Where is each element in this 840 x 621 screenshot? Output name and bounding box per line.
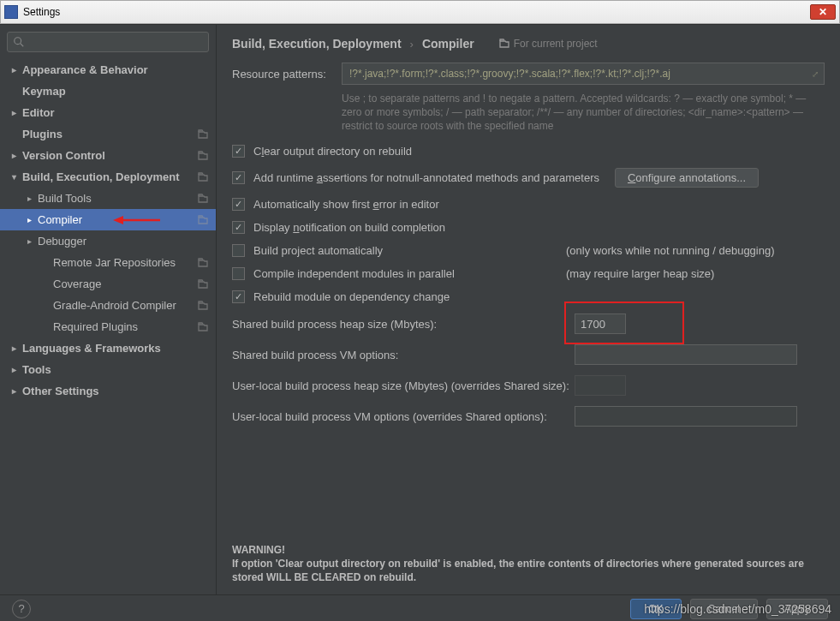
- sidebar-item-required-plugins[interactable]: Required Plugins: [0, 316, 216, 337]
- sidebar: ▸Appearance & BehaviorKeymap▸EditorPlugi…: [0, 25, 217, 594]
- sidebar-item-label: Build Tools: [38, 192, 92, 205]
- help-button[interactable]: ?: [12, 600, 31, 618]
- project-icon: [197, 321, 209, 333]
- vm-options-input[interactable]: [575, 344, 797, 365]
- svg-point-0: [15, 38, 21, 45]
- auto-error-checkbox[interactable]: [232, 198, 245, 211]
- close-button[interactable]: ✕: [810, 4, 836, 20]
- sidebar-item-coverage[interactable]: Coverage: [0, 273, 216, 295]
- sidebar-item-build-execution-deployment[interactable]: ▾Build, Execution, Deployment: [0, 166, 216, 188]
- red-arrow-annotation: [113, 212, 164, 231]
- search-icon: [13, 36, 25, 48]
- chevron-right-icon: ▸: [9, 343, 19, 353]
- project-icon: [197, 193, 209, 205]
- sidebar-item-other-settings[interactable]: ▸Other Settings: [0, 380, 216, 402]
- sidebar-item-keymap[interactable]: Keymap: [0, 81, 216, 102]
- patterns-label: Resource patterns:: [232, 68, 342, 81]
- user-vm-options-input[interactable]: [575, 406, 797, 427]
- chevron-right-icon: ▸: [24, 194, 34, 203]
- sidebar-item-label: Gradle-Android Compiler: [53, 299, 176, 312]
- settings-tree: ▸Appearance & BehaviorKeymap▸EditorPlugi…: [0, 59, 216, 402]
- chevron-right-icon: ▸: [9, 65, 19, 75]
- sidebar-item-label: Languages & Frameworks: [22, 342, 161, 355]
- app-icon: [4, 5, 18, 19]
- chevron-right-icon: ▸: [24, 215, 34, 224]
- svg-line-1: [21, 44, 24, 47]
- sidebar-item-label: Debugger: [38, 235, 86, 248]
- sidebar-item-remote-jar-repositories[interactable]: Remote Jar Repositories: [0, 252, 216, 273]
- project-icon: [197, 128, 209, 140]
- footer: ? OK Cancel Apply: [0, 594, 840, 621]
- patterns-help: Use ; to separate patterns and ! to nega…: [342, 92, 825, 133]
- svg-marker-3: [113, 216, 123, 224]
- main-panel: Build, Execution, Deployment › Compiler …: [217, 25, 840, 594]
- user-heap-input[interactable]: [575, 375, 626, 396]
- project-icon: [197, 300, 209, 312]
- configure-annotations-button[interactable]: Configure annotations...: [615, 168, 759, 188]
- project-icon: [498, 38, 510, 50]
- sidebar-item-label: Tools: [22, 363, 51, 376]
- sidebar-item-label: Plugins: [22, 128, 63, 140]
- window-title: Settings: [23, 6, 60, 18]
- apply-button[interactable]: Apply: [766, 599, 828, 619]
- sidebar-item-label: Version Control: [22, 149, 105, 162]
- search-input[interactable]: [7, 32, 209, 52]
- sidebar-item-compiler[interactable]: ▸Compiler: [0, 209, 216, 230]
- sidebar-item-plugins[interactable]: Plugins: [0, 123, 216, 145]
- chevron-right-icon: ▸: [9, 108, 19, 117]
- sidebar-item-appearance-behavior[interactable]: ▸Appearance & Behavior: [0, 59, 216, 81]
- notify-checkbox[interactable]: [232, 221, 245, 234]
- chevron-right-icon: ▸: [9, 365, 19, 374]
- cancel-button[interactable]: Cancel: [690, 599, 758, 619]
- chevron-right-icon: ›: [410, 38, 414, 51]
- chevron-down-icon: ▾: [9, 172, 19, 182]
- sidebar-item-editor[interactable]: ▸Editor: [0, 102, 216, 123]
- warning-text: WARNING! If option 'Clear output directo…: [232, 543, 825, 584]
- project-icon: [197, 150, 209, 162]
- build-auto-checkbox[interactable]: [232, 244, 245, 257]
- sidebar-item-tools[interactable]: ▸Tools: [0, 359, 216, 380]
- scope-label: For current project: [498, 38, 598, 50]
- ok-button[interactable]: OK: [630, 599, 681, 619]
- rebuild-checkbox[interactable]: [232, 290, 245, 303]
- chevron-right-icon: ▸: [9, 151, 19, 160]
- sidebar-item-label: Editor: [22, 106, 55, 119]
- sidebar-item-build-tools[interactable]: ▸Build Tools: [0, 188, 216, 209]
- sidebar-item-debugger[interactable]: ▸Debugger: [0, 230, 216, 252]
- project-icon: [197, 278, 209, 290]
- sidebar-item-label: Required Plugins: [53, 320, 138, 333]
- sidebar-item-label: Other Settings: [22, 385, 99, 397]
- sidebar-item-label: Keymap: [22, 85, 66, 98]
- sidebar-item-label: Coverage: [53, 278, 101, 290]
- sidebar-item-label: Build, Execution, Deployment: [22, 170, 179, 183]
- resource-patterns-input[interactable]: !?*.java;!?*.form;!?*.class;!?*.groovy;!…: [342, 63, 825, 85]
- clear-output-checkbox[interactable]: [232, 145, 245, 158]
- chevron-right-icon: ▸: [9, 386, 19, 396]
- titlebar: Settings ✕: [0, 0, 840, 24]
- assertions-checkbox[interactable]: [232, 171, 245, 184]
- breadcrumb: Build, Execution, Deployment › Compiler …: [232, 37, 825, 51]
- sidebar-item-gradle-android-compiler[interactable]: Gradle-Android Compiler: [0, 295, 216, 316]
- sidebar-item-label: Appearance & Behavior: [22, 63, 148, 76]
- project-icon: [197, 214, 209, 226]
- sidebar-item-label: Compiler: [38, 213, 82, 226]
- chevron-right-icon: ▸: [24, 236, 34, 246]
- sidebar-item-version-control[interactable]: ▸Version Control: [0, 145, 216, 166]
- expand-icon[interactable]: ⤢: [812, 69, 819, 79]
- sidebar-item-languages-frameworks[interactable]: ▸Languages & Frameworks: [0, 337, 216, 359]
- project-icon: [197, 257, 209, 269]
- parallel-checkbox[interactable]: [232, 267, 245, 280]
- sidebar-item-label: Remote Jar Repositories: [53, 256, 176, 269]
- project-icon: [197, 171, 209, 183]
- heap-size-input[interactable]: [575, 313, 626, 334]
